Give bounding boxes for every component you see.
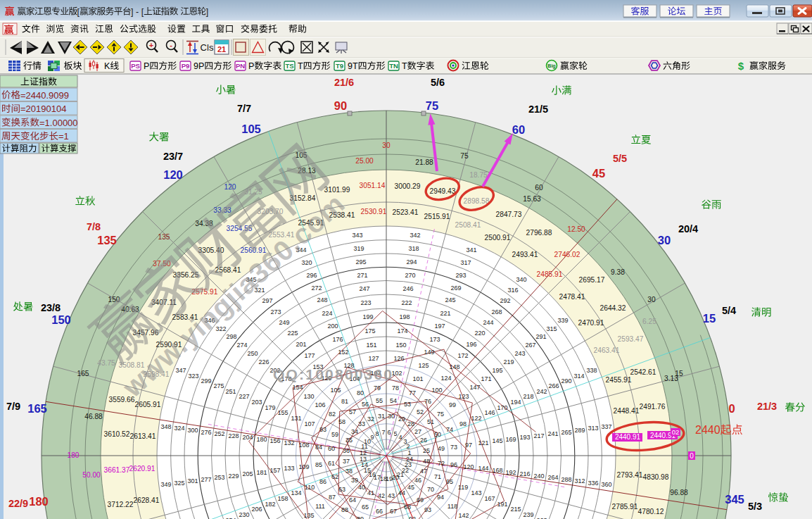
svg-text:150: 150 [395, 342, 406, 349]
svg-text:3000.29: 3000.29 [395, 182, 421, 190]
svg-text:273: 273 [270, 308, 281, 315]
svg-text:94: 94 [437, 494, 444, 501]
svg-text:83: 83 [319, 426, 326, 433]
svg-text:135: 135 [97, 234, 117, 246]
svg-text:158: 158 [277, 495, 288, 502]
svg-text:171: 171 [481, 375, 491, 382]
svg-text:198: 198 [399, 313, 410, 320]
svg-text:275: 275 [213, 382, 224, 389]
svg-text:348: 348 [160, 423, 171, 430]
svg-text:59: 59 [331, 431, 338, 438]
svg-text:2455.91: 2455.91 [606, 376, 632, 384]
svg-text:135: 135 [158, 233, 170, 241]
svg-text:266: 266 [548, 382, 559, 389]
svg-text:90: 90 [334, 99, 347, 112]
svg-text:201: 201 [296, 341, 306, 348]
svg-text:2440.91: 2440.91 [615, 433, 641, 441]
svg-text:Cls: Cls [201, 42, 214, 53]
svg-text:247: 247 [359, 285, 369, 292]
svg-text:222: 222 [401, 299, 412, 306]
svg-text:2628.41: 2628.41 [134, 496, 160, 504]
svg-text:250: 250 [247, 350, 258, 357]
svg-text:21/5: 21/5 [528, 104, 548, 115]
svg-text:165: 165 [77, 370, 89, 377]
svg-text:7: 7 [381, 429, 385, 436]
svg-text:2695.17: 2695.17 [579, 276, 605, 284]
svg-text:324: 324 [174, 425, 184, 432]
svg-text:155: 155 [277, 409, 288, 416]
svg-text:31: 31 [378, 413, 385, 420]
svg-text:0: 0 [690, 452, 694, 460]
svg-text:71: 71 [434, 473, 441, 480]
svg-text:110: 110 [305, 484, 315, 491]
svg-text:225: 225 [287, 330, 298, 337]
svg-text:216: 216 [519, 470, 530, 477]
svg-text:218: 218 [523, 393, 533, 400]
svg-text:228: 228 [228, 432, 239, 439]
svg-text:51: 51 [427, 418, 434, 425]
svg-text:29: 29 [398, 415, 405, 423]
svg-text:2620.91: 2620.91 [129, 465, 156, 473]
svg-text:99: 99 [449, 401, 456, 408]
svg-text:60: 60 [328, 445, 335, 452]
svg-text:21: 21 [217, 45, 226, 54]
svg-text:57: 57 [349, 408, 356, 415]
svg-text:272: 272 [311, 284, 322, 292]
svg-text:151: 151 [366, 342, 376, 349]
svg-text:92: 92 [409, 515, 416, 519]
svg-text:21.88: 21.88 [415, 158, 433, 166]
svg-text:276: 276 [201, 429, 211, 436]
svg-text:27: 27 [414, 428, 421, 435]
svg-text:168: 168 [492, 467, 502, 474]
svg-text:127: 127 [368, 355, 379, 362]
svg-text:181: 181 [256, 469, 267, 476]
svg-text:244: 244 [483, 319, 493, 326]
svg-text:=1: =1 [58, 131, 69, 142]
svg-text:50.00: 50.00 [82, 471, 101, 479]
svg-text:4780.12: 4780.12 [638, 508, 664, 515]
svg-text:T: T [298, 61, 303, 71]
svg-text:96: 96 [450, 461, 457, 468]
svg-text:2440: 2440 [695, 424, 721, 436]
svg-text:2847.73: 2847.73 [496, 211, 522, 218]
svg-text:147: 147 [469, 384, 480, 391]
svg-text:205: 205 [242, 470, 253, 477]
svg-text:120: 120 [224, 183, 236, 191]
svg-text:294: 294 [406, 258, 417, 265]
svg-text:3559.66: 3559.66 [109, 396, 135, 404]
svg-text:21/3: 21/3 [757, 401, 777, 412]
svg-text:2478.41: 2478.41 [559, 293, 585, 301]
svg-text:P: P [144, 61, 149, 71]
svg-text:180: 180 [256, 436, 267, 443]
svg-text:61: 61 [328, 460, 335, 467]
svg-text:182: 182 [265, 501, 275, 508]
svg-text:295: 295 [355, 258, 366, 265]
svg-text:215: 215 [510, 506, 521, 513]
svg-text:154: 154 [292, 384, 303, 391]
svg-text:5/5: 5/5 [613, 153, 627, 164]
svg-text:314: 314 [573, 373, 584, 380]
svg-text:TS: TS [285, 62, 293, 70]
svg-text:109: 109 [298, 463, 309, 470]
svg-text:347: 347 [175, 367, 186, 374]
svg-text:T9: T9 [336, 62, 343, 70]
svg-text:81: 81 [341, 398, 348, 405]
svg-text:9.38: 9.38 [611, 268, 625, 276]
svg-text:100: 100 [431, 387, 442, 394]
svg-text:290: 290 [561, 377, 571, 384]
svg-text:226: 226 [258, 358, 269, 365]
svg-text:313: 313 [588, 425, 598, 432]
svg-text:125: 125 [418, 362, 429, 369]
svg-text:270: 270 [405, 272, 415, 279]
svg-text:229: 229 [228, 473, 239, 480]
svg-text:297: 297 [262, 297, 272, 304]
svg-text:2500.91: 2500.91 [485, 234, 511, 242]
svg-text:342: 342 [410, 232, 420, 239]
svg-text:5/6: 5/6 [431, 77, 445, 88]
svg-text:248: 248 [317, 296, 327, 304]
svg-text:343: 343 [352, 232, 362, 239]
svg-text:135: 135 [303, 512, 314, 519]
svg-text:PN: PN [236, 62, 245, 70]
svg-text:12.50: 12.50 [567, 225, 585, 233]
svg-text:3610.52: 3610.52 [104, 430, 130, 438]
